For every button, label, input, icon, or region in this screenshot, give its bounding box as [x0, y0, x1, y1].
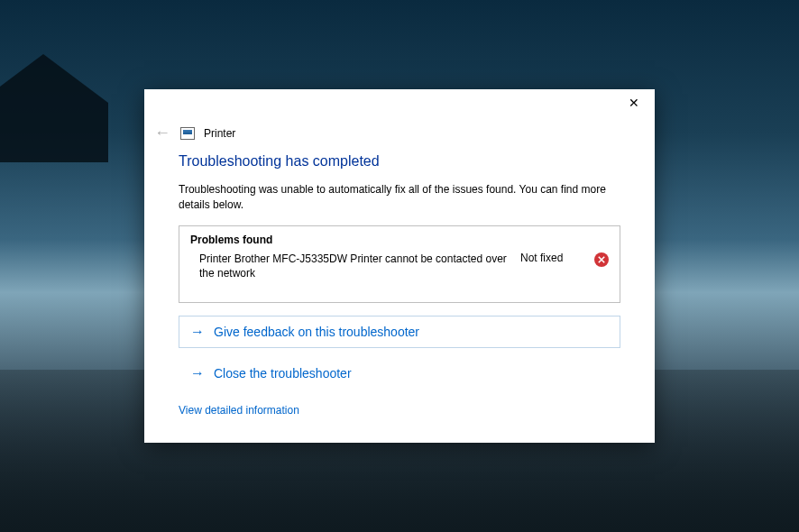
desktop-background-building — [0, 54, 108, 162]
view-details-link[interactable]: View detailed information — [179, 404, 299, 417]
dialog-title: Printer — [204, 127, 235, 140]
close-icon: ✕ — [629, 96, 639, 110]
description-text: Troubleshooting was unable to automatica… — [179, 182, 620, 213]
arrow-right-icon: → — [190, 365, 205, 381]
close-button[interactable]: ✕ — [613, 89, 655, 116]
close-label: Close the troubleshooter — [214, 366, 352, 381]
dialog-titlebar: ✕ — [144, 89, 655, 122]
problem-description: Printer Brother MFC-J5335DW Printer cann… — [199, 252, 510, 280]
problem-row: Printer Brother MFC-J5335DW Printer cann… — [190, 252, 609, 280]
main-heading: Troubleshooting has completed — [179, 153, 620, 170]
error-icon — [594, 252, 609, 267]
printer-icon — [180, 127, 195, 140]
give-feedback-button[interactable]: → Give feedback on this troubleshooter — [179, 316, 620, 348]
troubleshooter-dialog: ✕ ← Printer Troubleshooting has complete… — [144, 89, 655, 443]
dialog-content: Troubleshooting has completed Troublesho… — [144, 153, 655, 417]
problem-status: Not fixed — [520, 252, 583, 264]
problems-heading: Problems found — [190, 234, 609, 246]
problems-found-box: Problems found Printer Brother MFC-J5335… — [179, 225, 620, 303]
arrow-right-icon: → — [190, 324, 205, 340]
close-troubleshooter-button[interactable]: → Close the troubleshooter — [179, 357, 620, 390]
feedback-label: Give feedback on this troubleshooter — [214, 325, 419, 339]
dialog-header: ← Printer — [144, 122, 655, 153]
back-arrow-icon[interactable]: ← — [153, 124, 171, 142]
